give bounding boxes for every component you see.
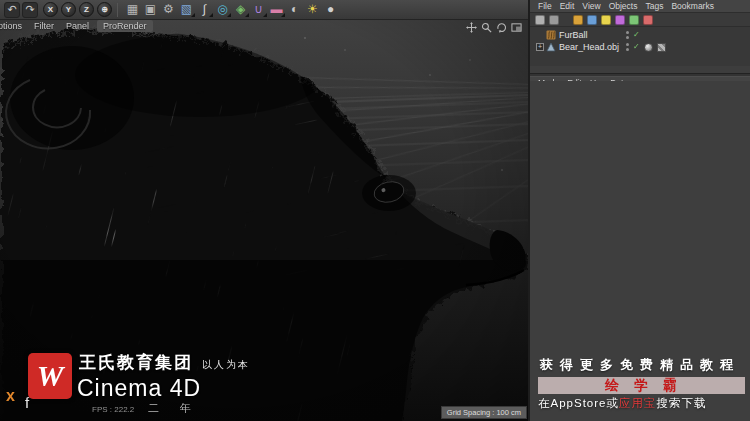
viewport-menu-options[interactable]: Options (0, 20, 28, 33)
undo-icon[interactable]: ↶ (4, 2, 20, 18)
tag-filter-icon[interactable] (629, 15, 639, 25)
watermark-software: Cinema 4D (77, 375, 201, 402)
redo-icon[interactable]: ↷ (22, 2, 38, 18)
cube-filter-icon[interactable] (573, 15, 583, 25)
appstore-highlight: 应用宝 (619, 397, 657, 409)
polygon-object-icon (546, 42, 556, 52)
axis-x-button[interactable]: X (43, 2, 58, 17)
dropdown-corner-icon (281, 13, 285, 17)
render-view-icon[interactable]: ▦ (124, 1, 141, 18)
viewport-menubar: Options Filter Panel ProRender (0, 20, 153, 33)
visibility-dots-icon[interactable] (626, 43, 629, 51)
object-controls: ✓ (626, 43, 666, 52)
render-picture-viewer-icon[interactable]: ▣ (142, 1, 159, 18)
object-row-bear-head[interactable]: + Bear_Head.obj ✓ (530, 41, 750, 53)
grid-spacing-label: Grid Spacing : 100 cm (441, 406, 527, 419)
toggle-view-icon[interactable] (511, 22, 522, 33)
om-menu-tags[interactable]: Tags (641, 0, 667, 12)
expand-toggle-icon[interactable]: + (536, 43, 544, 51)
camera-filter-icon[interactable] (587, 15, 597, 25)
pan-view-icon[interactable] (466, 22, 477, 33)
zoom-view-icon[interactable] (481, 22, 492, 33)
enabled-check-icon[interactable]: ✓ (633, 43, 640, 51)
dropdown-corner-icon (245, 13, 249, 17)
extrude-icon[interactable]: ◈ (232, 1, 249, 18)
brand-logo: W (28, 353, 72, 399)
axis-y-button[interactable]: Y (61, 2, 76, 17)
dropdown-corner-icon (227, 13, 231, 17)
object-controls: ✓ (626, 31, 640, 39)
filter-icon[interactable] (535, 15, 545, 25)
light-filter-icon[interactable] (601, 15, 611, 25)
watermark-promo-line: 获得更多免费精品教程 (540, 356, 740, 374)
watermark-slogan: 以人为本 (202, 358, 250, 372)
rotate-view-icon[interactable] (496, 22, 507, 33)
render-settings-icon[interactable]: ⚙ (160, 1, 177, 18)
object-row-furball[interactable]: FurBall ✓ (530, 29, 750, 41)
layer-filter-icon[interactable] (643, 15, 653, 25)
main-toolbar: ↶ ↷ X Y Z ⊕ ▦ ▣ ⚙ ▧ ∫ ◎ ◈ ∪ ▬ ◐ ☀ ● (0, 0, 528, 20)
dropdown-corner-icon (191, 13, 195, 17)
object-label[interactable]: Bear_Head.obj (559, 42, 619, 52)
right-panel: File Edit View Objects Tags Bookmarks (528, 0, 750, 421)
dropdown-corner-icon (263, 13, 267, 17)
om-menu-objects[interactable]: Objects (605, 0, 642, 12)
search-icon[interactable] (549, 15, 559, 25)
subdivision-surface-icon[interactable]: ◎ (214, 1, 231, 18)
om-menu-edit[interactable]: Edit (556, 0, 579, 12)
dropdown-corner-icon (209, 13, 213, 17)
om-menu-bookmarks[interactable]: Bookmarks (667, 0, 718, 12)
viewport-menu-filter[interactable]: Filter (28, 20, 60, 33)
toolbar-separator (117, 3, 118, 17)
environment-icon[interactable]: ▬ (268, 1, 285, 18)
object-manager-menubar: File Edit View Objects Tags Bookmarks (530, 0, 750, 12)
viewport-nav-icons (466, 22, 522, 33)
watermark-download-line: 在AppStore或应用宝搜索下载 (538, 396, 706, 411)
watermark-partial-text: x (6, 387, 15, 405)
viewport-menu-panel[interactable]: Panel (60, 20, 95, 33)
uvw-tag-icon[interactable] (657, 43, 666, 52)
om-menu-view[interactable]: View (578, 0, 604, 12)
om-menu-file[interactable]: File (534, 0, 556, 12)
visibility-dots-icon[interactable] (626, 31, 629, 39)
viewport[interactable]: Options Filter Panel ProRender (0, 20, 528, 421)
watermark-partial-year: 二 年 (148, 401, 200, 416)
phong-tag-icon[interactable] (644, 43, 653, 52)
coordinate-system-button[interactable]: ⊕ (97, 2, 112, 17)
deformer-icon[interactable]: ∪ (250, 1, 267, 18)
material-filter-icon[interactable] (615, 15, 625, 25)
fps-counter: FPS : 222.2 (92, 405, 134, 414)
light-icon[interactable]: ☀ (304, 1, 321, 18)
enabled-check-icon[interactable]: ✓ (633, 31, 640, 39)
material-icon[interactable]: ● (322, 1, 339, 18)
watermark-brand-banner: 绘学霸 (538, 377, 745, 394)
axis-z-button[interactable]: Z (79, 2, 94, 17)
object-manager-toolbar (530, 12, 750, 27)
cinema4d-window: ↶ ↷ X Y Z ⊕ ▦ ▣ ⚙ ▧ ∫ ◎ ◈ ∪ ▬ ◐ ☀ ● (0, 0, 750, 421)
fur-object-icon (546, 30, 556, 40)
object-label[interactable]: FurBall (559, 30, 588, 40)
add-cube-icon[interactable]: ▧ (178, 1, 195, 18)
viewport-menu-prorender[interactable]: ProRender (97, 20, 153, 32)
object-list: FurBall ✓ + Bear_Head.obj (530, 27, 750, 66)
camera-icon[interactable]: ◐ (286, 1, 303, 18)
spline-pen-icon[interactable]: ∫ (196, 1, 213, 18)
watermark-company: 王氏教育集团 (79, 351, 193, 374)
